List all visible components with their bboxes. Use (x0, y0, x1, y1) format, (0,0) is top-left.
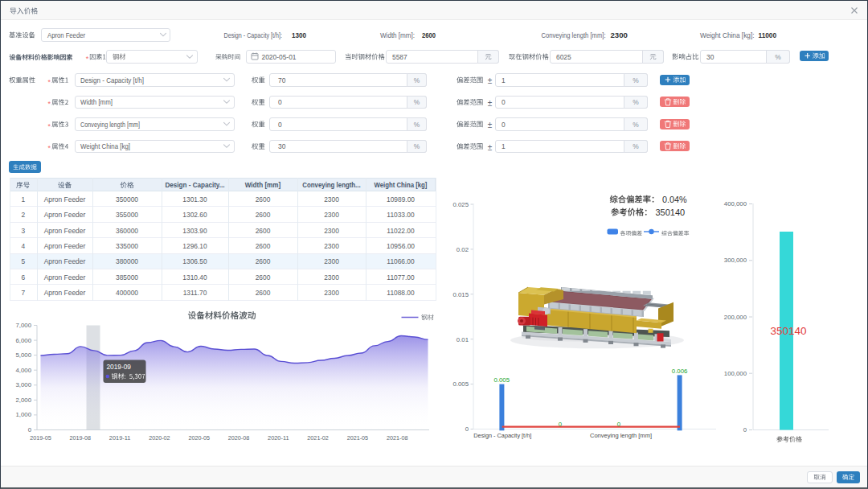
svg-text:2020-08: 2020-08 (228, 434, 250, 442)
svg-text:6,000: 6,000 (15, 337, 31, 344)
svg-text:*: * (86, 55, 89, 63)
svg-text:±: ± (488, 99, 493, 108)
svg-text:2020-05: 2020-05 (188, 434, 210, 442)
svg-text:3,000: 3,000 (15, 381, 31, 388)
svg-text:1300: 1300 (292, 31, 306, 39)
svg-text:2021-02: 2021-02 (307, 434, 329, 442)
svg-text:4,000: 4,000 (15, 367, 31, 374)
svg-text:Design - Capacity [t/h]:: Design - Capacity [t/h]: (224, 31, 283, 39)
svg-text:2019-08: 2019-08 (70, 434, 92, 442)
svg-text:Design - Capacity [t/h]: Design - Capacity [t/h] (473, 432, 531, 439)
svg-text:*: * (48, 144, 51, 152)
svg-text:0.01: 0.01 (457, 336, 469, 343)
svg-text:±: ± (488, 76, 493, 85)
svg-text:0.005: 0.005 (494, 376, 510, 384)
svg-text:0.025: 0.025 (452, 201, 469, 208)
svg-text:2021-08: 2021-08 (387, 434, 408, 442)
svg-text:400,000: 400,000 (724, 200, 747, 208)
svg-text:2020-11: 2020-11 (268, 434, 289, 442)
svg-text:2019-11: 2019-11 (109, 434, 131, 442)
svg-text:0.04%: 0.04% (662, 195, 687, 204)
svg-text:11000: 11000 (759, 31, 777, 39)
svg-text:2,000: 2,000 (15, 397, 31, 404)
svg-text:2019-09: 2019-09 (107, 363, 132, 371)
svg-text:*: * (48, 122, 51, 130)
svg-text:2300: 2300 (611, 31, 628, 39)
svg-text:7,000: 7,000 (15, 322, 31, 329)
svg-text:0.005: 0.005 (452, 380, 469, 388)
svg-text:2019-05: 2019-05 (30, 434, 51, 442)
svg-text:0: 0 (617, 421, 621, 428)
svg-text:1,000: 1,000 (15, 411, 31, 418)
svg-text:*: * (48, 78, 51, 86)
svg-text:0.02: 0.02 (457, 246, 469, 253)
svg-text:100,000: 100,000 (724, 370, 747, 377)
svg-text:±: ± (488, 121, 493, 129)
svg-text:0.015: 0.015 (452, 291, 469, 298)
svg-text:200,000: 200,000 (724, 314, 747, 321)
svg-text:2021-05: 2021-05 (347, 434, 369, 442)
svg-text:5,000: 5,000 (15, 351, 31, 359)
svg-text:Width [mm]:: Width [mm]: (380, 31, 415, 39)
svg-text:300,000: 300,000 (724, 257, 747, 264)
svg-text:Conveying length [mm]:: Conveying length [mm]: (542, 31, 606, 39)
svg-text:±: ± (488, 143, 493, 152)
svg-text:Weight China [kg]:: Weight China [kg]: (700, 31, 755, 39)
svg-text:*: * (48, 100, 51, 108)
svg-text:Conveying length [mm]: Conveying length [mm] (590, 432, 652, 439)
svg-text:350140: 350140 (771, 326, 807, 337)
svg-text:0: 0 (743, 426, 747, 434)
svg-text:0.006: 0.006 (672, 368, 688, 375)
svg-text:0: 0 (465, 425, 469, 433)
svg-text:2600: 2600 (422, 31, 436, 39)
svg-text:350140: 350140 (656, 208, 686, 217)
svg-text:2020-02: 2020-02 (149, 434, 170, 442)
svg-text:0: 0 (28, 426, 32, 434)
svg-text:0: 0 (559, 421, 563, 428)
